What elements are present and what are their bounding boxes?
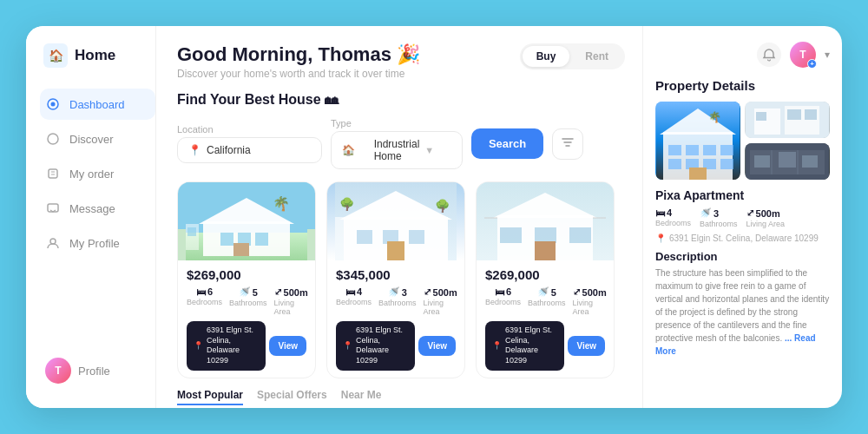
location-input-wrapper[interactable]: 📍 (177, 137, 322, 163)
description-title: Description (655, 250, 830, 263)
home-icon: 🏠 (43, 43, 68, 68)
area-stat-3: ⤢ 500m Living Area (573, 286, 607, 316)
type-label: Type (331, 118, 463, 128)
view-btn-2[interactable]: View (418, 336, 456, 356)
property-cards: 🌴 $269,000 🛏 6 Bedrooms (177, 181, 625, 378)
svg-rect-58 (754, 155, 770, 168)
search-button[interactable]: Search (471, 128, 543, 159)
svg-rect-14 (233, 243, 249, 256)
apt-stats: 🛏 4 Bedrooms 🚿 3 Bathrooms ⤢ 500m Living… (655, 207, 830, 228)
svg-rect-42 (703, 145, 716, 155)
card-image-2: 🌳 🌳 (327, 182, 464, 260)
sidebar-item-message[interactable]: Message (40, 193, 155, 224)
area-label-2: Living Area (424, 299, 457, 316)
profile-label: Profile (78, 365, 110, 378)
notification-bell[interactable] (757, 43, 781, 67)
property-side-image-2 (745, 143, 830, 180)
svg-rect-47 (720, 159, 733, 169)
bedrooms-label-3: Bedrooms (485, 298, 521, 306)
type-select[interactable]: 🏠 Indrustrial Home ▼ (331, 131, 463, 169)
dashboard-icon (45, 96, 61, 112)
card-image-1: 🌴 (178, 182, 315, 260)
svg-rect-34 (535, 241, 556, 260)
svg-rect-6 (48, 204, 58, 212)
sidebar-item-my-profile[interactable]: My Profile (40, 227, 155, 259)
bedrooms-label-2: Bedrooms (336, 298, 372, 306)
main-header: Good Morning, Thomas 🎉 Discover your hom… (177, 43, 625, 80)
tab-most-popular[interactable]: Most Popular (177, 389, 243, 405)
location-input[interactable] (207, 144, 311, 156)
property-card-3: $269,000 🛏 6 Bedrooms 🚿 5 (476, 181, 615, 378)
apt-bathrooms: 🚿 3 Bathrooms (700, 207, 738, 228)
rent-button[interactable]: Rent (571, 46, 622, 67)
bathrooms-stat-1: 🚿 5 Bathrooms (229, 286, 267, 316)
tabs-row: Most Popular Special Offers Near Me (177, 389, 625, 405)
area-icon-apt: ⤢ (746, 207, 754, 219)
buy-button[interactable]: Buy (523, 46, 570, 67)
chevron-down-icon: ▼ (424, 145, 451, 155)
svg-text:🌳: 🌳 (435, 199, 450, 214)
view-btn-1[interactable]: View (269, 336, 306, 356)
svg-rect-60 (802, 155, 818, 168)
svg-rect-44 (668, 159, 681, 169)
sidebar-item-label-discover: Discover (69, 133, 114, 146)
area-label-1: Living Area (274, 299, 308, 316)
sidebar-item-label-my-profile: My Profile (69, 237, 120, 250)
card-body-3: $269,000 🛏 6 Bedrooms 🚿 5 (477, 260, 614, 378)
apt-address: 📍 6391 Elgin St. Celina, Delaware 10299 (655, 233, 830, 243)
svg-rect-53 (756, 112, 766, 121)
sidebar-item-dashboard[interactable]: Dashboard (40, 89, 155, 120)
buy-rent-toggle[interactable]: Buy Rent (520, 43, 625, 69)
greeting-subtitle: Discover your home's worth and track it … (177, 68, 420, 80)
bed-icon-3: 🛏 (495, 286, 504, 297)
sidebar-item-discover[interactable]: Discover (40, 123, 155, 155)
property-side-image-1 (745, 102, 830, 138)
bathrooms-label-2: Bathrooms (378, 299, 417, 307)
find-house-title: Find Your Best House 🏘 (177, 92, 625, 108)
svg-rect-13 (255, 233, 268, 246)
profile-section[interactable]: T Profile (40, 351, 147, 391)
main-content: Good Morning, Thomas 🎉 Discover your hom… (156, 26, 642, 408)
apt-area-label: Living Area (746, 220, 786, 228)
sidebar-bottom: T Profile (40, 351, 155, 391)
apt-living-area: ⤢ 500m Living Area (746, 207, 786, 228)
view-btn-3[interactable]: View (568, 336, 605, 356)
bedrooms-stat-3: 🛏 6 Bedrooms (485, 286, 521, 316)
bedrooms-stat-2: 🛏 4 Bedrooms (336, 286, 372, 316)
svg-rect-16 (187, 227, 196, 236)
tab-special-offers[interactable]: Special Offers (257, 389, 327, 405)
bathrooms-label-1: Bathrooms (229, 299, 267, 307)
card-price-2: $345,000 (336, 267, 456, 282)
search-bar: Location 📍 Type 🏠 Indrustrial Home ▼ Sea… (177, 118, 625, 169)
card-body-1: $269,000 🛏 6 Bedrooms 🚿 5 (178, 260, 315, 378)
chevron-down-icon[interactable]: ▾ (825, 49, 830, 61)
svg-rect-48 (689, 168, 707, 180)
sidebar-item-label-message: Message (69, 202, 115, 215)
area-icon-2: ⤢ (424, 286, 431, 298)
sidebar-nav: Dashboard Discover My order Message (40, 89, 155, 262)
description-text: The structure has been simplified to the… (655, 266, 830, 358)
svg-rect-24 (387, 241, 404, 260)
card-stats-1: 🛏 6 Bedrooms 🚿 5 Bathrooms (187, 286, 306, 316)
svg-rect-33 (569, 227, 591, 243)
apartment-name: Pixa Apartment (655, 188, 830, 202)
property-main-image: 🌴 (655, 102, 740, 180)
location-icon: 📍 (188, 144, 201, 156)
svg-text:🌴: 🌴 (273, 195, 290, 212)
type-value: Indrustrial Home (374, 138, 420, 162)
sidebar-item-my-order[interactable]: My order (40, 158, 155, 189)
card-address-bg-1: 📍 6391 Elgn St. Celina, Delaware 10299 (187, 321, 266, 371)
tab-near-me[interactable]: Near Me (341, 389, 382, 405)
sidebar: 🏠 Home Dashboard Discover My order (26, 26, 156, 408)
area-label-3: Living Area (573, 299, 607, 316)
svg-rect-11 (220, 233, 233, 246)
svg-rect-41 (686, 145, 699, 155)
user-avatar[interactable]: T + (790, 42, 816, 68)
panel-header: T + ▾ (655, 42, 830, 68)
card-address-row-1: 📍 6391 Elgn St. Celina, Delaware 10299 V… (187, 321, 306, 371)
filter-button[interactable] (552, 128, 583, 160)
bath-icon-apt: 🚿 (700, 207, 712, 219)
address-pin-2: 📍 (343, 341, 352, 350)
bed-icon-2: 🛏 (345, 286, 355, 297)
card-price-1: $269,000 (187, 267, 306, 282)
